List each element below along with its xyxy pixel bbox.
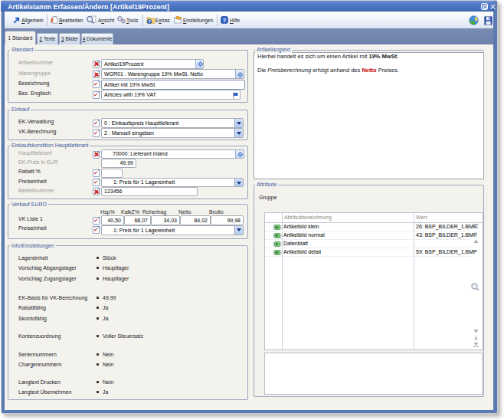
- svg-text:?: ?: [223, 17, 227, 24]
